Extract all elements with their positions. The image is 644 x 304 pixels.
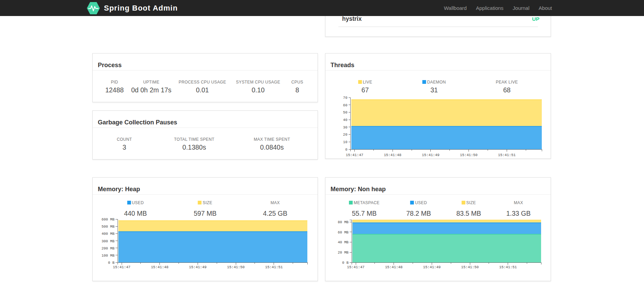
svg-text:50: 50 [343, 110, 348, 115]
svg-text:15:41:49: 15:41:49 [422, 153, 440, 157]
svg-text:15:41:51: 15:41:51 [265, 265, 283, 269]
svg-text:500 MB: 500 MB [102, 225, 114, 229]
svg-text:20 MB: 20 MB [338, 250, 349, 255]
svg-text:40: 40 [343, 118, 348, 122]
svg-text:100 MB: 100 MB [102, 254, 114, 258]
navbar: Spring Boot Admin WallboardApplicationsJ… [0, 0, 644, 16]
gc-card: Garbage Collection Pauses COUNT3TOTAL TI… [92, 110, 318, 159]
nav-link-journal[interactable]: Journal [513, 5, 530, 11]
memory-heap-card: Memory: Heap USED440 MBSIZE597 MBMAX4.25… [92, 177, 318, 281]
threads-card: Threads LIVE67DAEMON31PEAK LIVE68 706050… [325, 53, 551, 159]
svg-text:15:41:48: 15:41:48 [151, 265, 169, 269]
metric-heading: MAX TIME SPENT [254, 137, 290, 142]
metric-value: 12488 [105, 86, 124, 94]
svg-text:15:41:49: 15:41:49 [423, 265, 441, 269]
nav-item-about: About [539, 5, 552, 11]
svg-text:15:41:48: 15:41:48 [384, 153, 401, 157]
process-card-divider [93, 70, 318, 71]
nonheap-chart-svg: 80 MB60 MB40 MB20 MB0 B15:41:4715:41:481… [325, 178, 551, 282]
nav-item-applications: Applications [476, 5, 504, 11]
svg-text:15:41:47: 15:41:47 [113, 265, 131, 269]
svg-text:40 MB: 40 MB [338, 240, 349, 244]
application-status-badge: UP [532, 16, 539, 21]
svg-text:300 MB: 300 MB [102, 239, 114, 243]
nav-list: WallboardApplicationsJournalAbout [444, 0, 552, 16]
brand-title: Spring Boot Admin [104, 4, 178, 13]
svg-text:15:41:51: 15:41:51 [499, 265, 517, 269]
svg-text:60 MB: 60 MB [338, 230, 349, 234]
heap-chart-svg: 600 MB500 MB400 MB300 MB200 MB100 MB0 B1… [93, 178, 318, 282]
process-metric-uptime: UPTIME0d 0h 2m 17s [131, 80, 171, 94]
svg-text:600 MB: 600 MB [102, 217, 114, 222]
gc-card-divider [93, 127, 318, 128]
process-card-title: Process [98, 62, 122, 69]
svg-text:0: 0 [345, 148, 347, 152]
process-metric-cpus: CPUS8 [291, 80, 303, 94]
application-row-hystrix[interactable]: hystrix UP [342, 16, 539, 23]
nav-link-about[interactable]: About [539, 5, 552, 11]
svg-text:15:41:50: 15:41:50 [227, 265, 245, 269]
metric-heading: PID [105, 80, 124, 85]
svg-text:15:41:50: 15:41:50 [461, 265, 479, 269]
metric-value: 8 [291, 86, 303, 94]
page: Spring Boot Admin WallboardApplicationsJ… [0, 0, 644, 304]
nav-link-wallboard[interactable]: Wallboard [444, 5, 467, 11]
svg-text:70: 70 [343, 96, 348, 100]
nav-link-applications[interactable]: Applications [476, 5, 504, 11]
metric-heading: COUNT [117, 137, 132, 142]
svg-text:60: 60 [343, 103, 348, 107]
svg-text:80 MB: 80 MB [338, 220, 349, 224]
gc-metric-count: COUNT3 [117, 137, 132, 151]
spring-boot-admin-logo-icon [87, 2, 100, 14]
metric-value: 0.1380s [174, 143, 215, 151]
metric-value: 0.0840s [254, 143, 290, 151]
process-card: Process PID12488UPTIME0d 0h 2m 17sPROCES… [92, 53, 318, 102]
metric-heading: SYSTEM CPU USAGE [236, 80, 280, 85]
nav-item-wallboard: Wallboard [444, 5, 467, 11]
threads-chart-svg: 70605040302010015:41:4715:41:4815:41:491… [325, 54, 551, 159]
gc-card-title: Garbage Collection Pauses [98, 119, 177, 126]
svg-text:0 B: 0 B [342, 261, 349, 265]
svg-text:15:41:48: 15:41:48 [385, 265, 403, 269]
svg-text:200 MB: 200 MB [102, 246, 114, 250]
memory-nonheap-card: Memory: Non heap METASPACE55.7 MBUSED78.… [325, 177, 551, 281]
gc-metric-max-time-spent: MAX TIME SPENT0.0840s [254, 137, 290, 151]
nav-item-journal: Journal [513, 5, 530, 11]
metric-heading: PROCESS CPU USAGE [179, 80, 226, 85]
svg-text:20: 20 [343, 133, 348, 137]
svg-text:400 MB: 400 MB [102, 232, 114, 236]
svg-text:15:41:51: 15:41:51 [498, 153, 516, 157]
svg-text:15:41:47: 15:41:47 [347, 265, 365, 269]
process-metric-process-cpu-usage: PROCESS CPU USAGE0.01 [179, 80, 226, 94]
application-name: hystrix [342, 16, 362, 22]
svg-text:15:41:47: 15:41:47 [346, 153, 364, 157]
gc-metric-total-time-spent: TOTAL TIME SPENT0.1380s [174, 137, 215, 151]
svg-text:15:41:50: 15:41:50 [460, 153, 478, 157]
metric-heading: CPUS [291, 80, 303, 85]
svg-text:30: 30 [343, 125, 348, 130]
svg-text:15:41:49: 15:41:49 [189, 265, 207, 269]
metric-value: 3 [117, 143, 132, 151]
metric-value: 0.01 [179, 86, 226, 94]
metric-heading: UPTIME [131, 80, 171, 85]
navbar-brand[interactable]: Spring Boot Admin [87, 2, 178, 15]
metric-value: 0d 0h 2m 17s [131, 86, 171, 94]
svg-text:0 B: 0 B [108, 261, 114, 265]
application-row-divider [338, 27, 538, 27]
process-metric-system-cpu-usage: SYSTEM CPU USAGE0.10 [236, 80, 280, 94]
metric-heading: TOTAL TIME SPENT [174, 137, 215, 142]
metric-value: 0.10 [236, 86, 280, 94]
svg-text:10: 10 [343, 140, 348, 144]
process-metric-pid: PID12488 [105, 80, 124, 94]
